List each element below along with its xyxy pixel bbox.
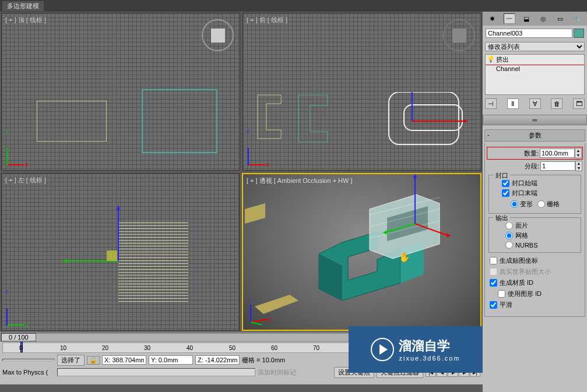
grid-radio[interactable] xyxy=(537,200,545,208)
segments-spinner[interactable]: ▲▼ xyxy=(575,161,582,171)
yellow-slab-1 xyxy=(245,197,268,244)
pin-stack-button[interactable]: ⊣ xyxy=(485,98,497,109)
svg-line-16 xyxy=(415,224,447,235)
persp-gizmo xyxy=(360,173,476,288)
frame-indicator[interactable]: 0 / 100 xyxy=(1,333,36,341)
viewport-left[interactable]: [ + ] 左 [ 线框 ] y z xyxy=(1,173,240,331)
top-tab-bar: 多边形建模 xyxy=(0,0,587,12)
viewport-label-persp[interactable]: [ + ] 透视 [ Ambient Occlusion + HW ] xyxy=(247,176,353,185)
svg-marker-17 xyxy=(446,233,451,238)
visibility-toggle-icon[interactable]: 💡 xyxy=(487,55,495,63)
amount-spinner[interactable]: ▲▼ xyxy=(575,148,582,158)
svg-marker-15 xyxy=(413,174,417,178)
segments-input[interactable] xyxy=(540,161,575,171)
shape-outline xyxy=(37,101,107,142)
hierarchy-tab-icon[interactable]: ⬓ xyxy=(521,13,532,24)
watermark-url: zixue.3d66.com xyxy=(399,355,460,362)
svg-rect-10 xyxy=(107,250,117,261)
viewcube[interactable] xyxy=(202,19,234,51)
maxscript-label: Max to Physcs ( xyxy=(2,369,55,376)
rollout-params-header[interactable]: - 参数 xyxy=(484,129,585,142)
axis-gizmo: x z y xyxy=(248,296,277,325)
coord-y-input[interactable] xyxy=(149,355,193,365)
svg-marker-7 xyxy=(117,205,120,210)
cap-start-checkbox[interactable] xyxy=(502,179,509,187)
segments-label: 分段: xyxy=(525,162,539,171)
viewport-perspective[interactable]: [ + ] 透视 [ Ambient Occlusion + HW ] xyxy=(242,173,481,331)
group-cap: 封口 封口始端 封口末端 变形 栅格 xyxy=(488,175,581,214)
viewport-top[interactable]: [ + ] 顶 [ 线框 ] x y xyxy=(1,13,240,171)
svg-marker-9 xyxy=(62,259,67,263)
rollout-params-body: 数量: ▲▼ 分段: ▲▼ 封口 封口始端 封口末端 xyxy=(484,143,585,317)
display-tab-icon[interactable]: ▭ xyxy=(554,13,566,24)
panel-separator[interactable]: ═ xyxy=(483,115,587,125)
group-output: 输出 面片 网格 NURBS xyxy=(488,217,581,253)
motion-tab-icon[interactable]: ◎ xyxy=(537,13,549,24)
lock-icon[interactable]: 🔒 xyxy=(87,356,100,365)
modifier-channel[interactable]: Channel xyxy=(486,65,584,73)
gen-map-coords-checkbox[interactable] xyxy=(490,257,497,264)
shape-outline-teal xyxy=(142,89,217,153)
hand-cursor-icon: ✋ xyxy=(399,252,410,263)
coord-z-input[interactable] xyxy=(195,355,240,365)
watermark-title: 溜溜自学 xyxy=(399,337,460,355)
amount-input[interactable] xyxy=(540,149,575,158)
viewport-label-top[interactable]: [ + ] 顶 [ 线框 ] xyxy=(5,16,46,24)
svg-line-18 xyxy=(386,224,415,232)
svg-text:x: x xyxy=(269,317,272,323)
remove-modifier-button[interactable]: 🗑 xyxy=(551,98,563,109)
play-circle-icon xyxy=(371,338,394,361)
param-segments-row: 分段: ▲▼ xyxy=(487,161,582,171)
cap-group-title: 封口 xyxy=(494,171,510,180)
svg-rect-0 xyxy=(389,92,459,144)
axis-gizmo: x y xyxy=(6,136,36,165)
modifier-stack[interactable]: 💡 挤出 Channel xyxy=(485,54,585,95)
amount-label: 数量: xyxy=(524,149,539,158)
coord-x-input[interactable] xyxy=(102,355,146,365)
modifier-extrude[interactable]: 💡 挤出 xyxy=(486,55,584,65)
show-end-result-button[interactable]: Ⅱ xyxy=(507,98,519,109)
modifier-list-dropdown[interactable]: 修改器列表 xyxy=(485,42,585,51)
real-world-checkbox xyxy=(490,268,497,276)
selected-label: 选择了 xyxy=(57,355,85,366)
param-amount-row: 数量: ▲▼ xyxy=(487,147,582,159)
svg-marker-19 xyxy=(383,230,388,235)
object-name-input[interactable] xyxy=(486,29,572,38)
viewport-label-left[interactable]: [ + ] 左 [ 线框 ] xyxy=(5,176,46,185)
tab-polymodel[interactable]: 多边形建模 xyxy=(2,1,44,11)
script-listener[interactable] xyxy=(2,359,55,361)
deform-radio[interactable] xyxy=(511,200,518,208)
command-panel-tabs: ✸ 〰 ⬓ ◎ ▭ 🔧 xyxy=(483,12,587,26)
viewport-label-front[interactable]: [ + ] 前 [ 线框 ] xyxy=(247,16,287,24)
make-unique-button[interactable]: ∀ xyxy=(529,98,541,109)
utilities-tab-icon[interactable]: 🔧 xyxy=(571,13,583,24)
viewports-grid: [ + ] 顶 [ 线框 ] x y [ + ] 前 [ 线框 ] xyxy=(0,12,483,392)
svg-marker-5 xyxy=(463,119,468,123)
svg-line-24 xyxy=(251,322,262,325)
smooth-checkbox[interactable] xyxy=(490,301,497,309)
add-time-tag[interactable]: 添加时间标记 xyxy=(258,368,296,377)
bottom-panel: 0 / 100 ▸ 0 10 20 30 40 50 60 70 80 90 1 xyxy=(0,332,483,384)
output-mesh-radio[interactable] xyxy=(505,232,513,239)
create-tab-icon[interactable]: ✸ xyxy=(487,13,498,24)
svg-line-20 xyxy=(251,319,268,322)
front-shapes xyxy=(249,92,476,168)
watermark: 溜溜自学 zixue.3d66.com xyxy=(349,326,483,373)
viewcube[interactable] xyxy=(443,19,475,51)
output-patch-radio[interactable] xyxy=(505,222,513,229)
prompt-area xyxy=(57,368,255,376)
command-panel: ✸ 〰 ⬓ ◎ ▭ 🔧 修改器列表 💡 挤出 Channel xyxy=(483,12,587,392)
axis-gizmo: x z xyxy=(248,136,277,165)
output-group-title: 输出 xyxy=(494,214,510,223)
left-gizmo xyxy=(48,203,212,319)
grid-size-label: 栅格 = 10.0mm xyxy=(242,356,285,365)
viewport-front[interactable]: [ + ] 前 [ 线框 ] x z xyxy=(242,13,481,171)
modify-tab-icon[interactable]: 〰 xyxy=(504,13,515,24)
use-shape-ids-checkbox[interactable] xyxy=(498,290,505,298)
svg-text:z: z xyxy=(249,298,252,304)
configure-sets-button[interactable]: 🗔 xyxy=(573,98,585,109)
output-nurbs-radio[interactable] xyxy=(505,241,513,249)
object-color-swatch[interactable] xyxy=(574,29,584,38)
gen-mat-ids-checkbox[interactable] xyxy=(490,279,497,287)
cap-end-checkbox[interactable] xyxy=(502,189,509,197)
